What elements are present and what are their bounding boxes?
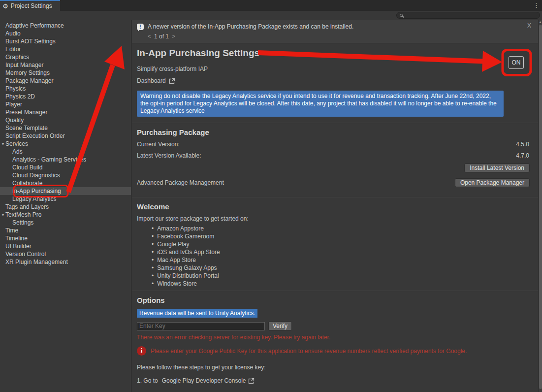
- sidebar-item[interactable]: ▼ XR Plugin Management: [0, 258, 131, 266]
- alert-bubble-icon: !: [137, 24, 144, 30]
- analytics-note: Revenue data will be sent to Unity Analy…: [137, 309, 257, 318]
- section-heading: Purchasing Package: [137, 128, 533, 136]
- sidebar-item-label: Physics: [5, 85, 26, 92]
- sidebar-item-label: Adaptive Performance: [5, 22, 64, 29]
- sidebar-item[interactable]: ▼ Cloud Build: [0, 163, 131, 171]
- pager-label: 1 of 1: [154, 33, 169, 40]
- sidebar-item[interactable]: ▼ Services: [0, 140, 131, 148]
- sidebar-item[interactable]: ▼ Input Manager: [0, 61, 131, 69]
- install-latest-version-button[interactable]: Install Latest Version: [464, 163, 530, 172]
- search-box[interactable]: [396, 12, 540, 19]
- notification-message: A newer version of the In-App Purchasing…: [148, 23, 353, 30]
- latest-version-label: Latest Version Available:: [137, 152, 201, 159]
- sidebar-item[interactable]: ▼ Adaptive Performance: [0, 22, 131, 30]
- sidebar-item[interactable]: ▼ Physics: [0, 85, 131, 93]
- verify-button[interactable]: Verify: [268, 322, 292, 330]
- sidebar-item[interactable]: ▼ Burst AOT Settings: [0, 37, 131, 45]
- panel-header: In-App Purchasing Settings Simplify cros…: [132, 43, 538, 84]
- page-subtitle: Simplify cross-platform IAP: [137, 65, 533, 72]
- kebab-menu-icon[interactable]: ⋮: [533, 1, 540, 9]
- project-settings-window: ⚙ Project Settings ⋮ ▼ Adaptive Performa…: [0, 0, 542, 392]
- sidebar-item[interactable]: ▼ Ads: [0, 148, 131, 156]
- sidebar-item[interactable]: ▼ Legacy Analytics: [0, 195, 131, 203]
- sidebar-item[interactable]: ▼ Analytics - Gaming Services: [0, 156, 131, 163]
- sidebar-item-label: Package Manager: [5, 77, 53, 84]
- sidebar-item[interactable]: ▼ Graphics: [0, 53, 131, 61]
- sidebar-item[interactable]: ▼ Editor: [0, 45, 131, 53]
- open-package-manager-button[interactable]: Open Package Manager: [455, 178, 530, 187]
- sidebar-item[interactable]: ▼ Version Control: [0, 250, 131, 258]
- google-key-warning: Please enter your Google Public Key for …: [151, 348, 467, 355]
- close-icon[interactable]: X: [527, 22, 531, 29]
- sidebar-item-label: Services: [5, 140, 28, 147]
- sidebar-item-label: Player: [5, 101, 22, 108]
- sidebar-item-label: Quality: [5, 117, 24, 124]
- tab-title: Project Settings: [11, 2, 52, 9]
- scrollbar-thumb[interactable]: [539, 25, 542, 389]
- google-play-console-link[interactable]: Google Play Developer Console: [162, 377, 246, 384]
- sidebar-item[interactable]: ▼ Quality: [0, 116, 131, 124]
- error-info-icon: i: [137, 346, 146, 356]
- google-key-input[interactable]: [137, 322, 265, 330]
- steps-intro: Please follow these steps to get your li…: [137, 364, 533, 371]
- pager-next-icon[interactable]: >: [172, 33, 175, 40]
- sidebar-item-label: UI Builder: [5, 243, 32, 250]
- welcome-section: Welcome Import our store package to get …: [132, 197, 538, 288]
- toolbar: [0, 11, 542, 20]
- section-heading: Welcome: [137, 202, 533, 211]
- search-input[interactable]: [403, 12, 531, 18]
- sidebar-item[interactable]: ▼ Audio: [0, 30, 131, 37]
- sidebar-item[interactable]: ▼ Collaborate: [0, 179, 131, 187]
- sidebar-item[interactable]: ▼ TextMesh Pro: [0, 211, 131, 219]
- external-link-icon[interactable]: [248, 378, 255, 384]
- foldout-triangle-icon[interactable]: ▼: [0, 213, 5, 217]
- sidebar-item[interactable]: ▼ Physics 2D: [0, 93, 131, 100]
- sidebar-item[interactable]: ▼ Cloud Diagnostics: [0, 171, 131, 179]
- store-list-item: Windows Store: [137, 280, 533, 288]
- current-version-label: Current Version:: [137, 141, 180, 148]
- store-list-item: Unity Distribution Portal: [137, 272, 533, 280]
- sidebar-item[interactable]: ▼ Timeline: [0, 234, 131, 242]
- sidebar-item-label: Memory Settings: [5, 69, 50, 76]
- dashboard-link[interactable]: Dashboard: [137, 77, 166, 84]
- store-list-item: Amazon Appstore: [137, 225, 533, 233]
- search-icon: [400, 14, 403, 17]
- step1-prefix: 1. Go to: [137, 377, 158, 384]
- in-app-purchasing-panel: ! A newer version of the In-App Purchasi…: [132, 20, 538, 392]
- sidebar-item[interactable]: ▼ Script Execution Order: [0, 132, 131, 140]
- sidebar-item[interactable]: ▼ Settings: [0, 219, 131, 227]
- welcome-intro: Import our store package to get started …: [137, 215, 533, 222]
- sidebar-item-label: Graphics: [5, 54, 29, 61]
- sidebar-item-label: Analytics - Gaming Services: [12, 156, 86, 163]
- sidebar-item-label: Collaborate: [12, 180, 42, 187]
- sidebar-item-label: Ads: [12, 148, 23, 155]
- service-toggle-on-button[interactable]: ON: [509, 56, 524, 69]
- pager-prev-icon[interactable]: <: [148, 33, 151, 40]
- sidebar-item-label: XR Plugin Management: [5, 259, 68, 265]
- sidebar-item-label: Version Control: [5, 251, 46, 258]
- sidebar-item-label: Physics 2D: [5, 93, 35, 100]
- sidebar-item-label: Timeline: [5, 235, 28, 242]
- foldout-triangle-icon[interactable]: ▼: [0, 142, 5, 146]
- store-list: Amazon Appstore Facebook Gameroom Google…: [137, 225, 533, 288]
- sidebar-item[interactable]: ▼ Package Manager: [0, 77, 131, 85]
- vertical-scrollbar[interactable]: ▲: [538, 20, 542, 392]
- sidebar-item-label: Cloud Build: [12, 164, 42, 171]
- sidebar-item[interactable]: ▼ Player: [0, 100, 131, 108]
- sidebar-item[interactable]: ▼ In-App Purchasing: [0, 187, 131, 195]
- sidebar-item[interactable]: ▼ Tags and Layers: [0, 203, 131, 211]
- gear-icon: ⚙: [2, 3, 8, 9]
- notification-banner: ! A newer version of the In-App Purchasi…: [132, 20, 538, 43]
- external-link-icon[interactable]: [169, 78, 175, 84]
- sidebar-item[interactable]: ▼ Memory Settings: [0, 69, 131, 77]
- scroll-up-arrow-icon[interactable]: ▲: [539, 20, 542, 24]
- sidebar-item-label: Tags and Layers: [5, 203, 49, 210]
- tab-project-settings[interactable]: ⚙ Project Settings: [0, 0, 60, 11]
- sidebar-item[interactable]: ▼ Time: [0, 227, 131, 234]
- sidebar-item-label: Settings: [12, 219, 33, 226]
- sidebar-item[interactable]: ▼ Scene Template: [0, 124, 131, 132]
- sidebar-item[interactable]: ▼ Preset Manager: [0, 108, 131, 116]
- sidebar-item[interactable]: ▼ UI Builder: [0, 242, 131, 250]
- sidebar-item-label: TextMesh Pro: [5, 211, 41, 218]
- notification-pager: < 1 of 1 >: [148, 33, 533, 40]
